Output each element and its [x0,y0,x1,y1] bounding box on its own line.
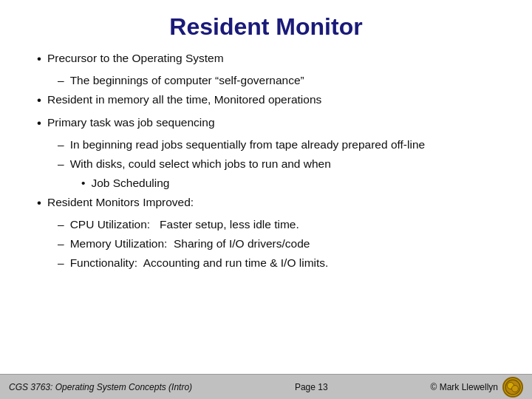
sub-dash-1-1: – [58,72,64,89]
sub-1-1: – The beginnings of computer “self-gover… [58,72,495,89]
bullet-text-4: Resident Monitors Improved: [47,194,495,211]
sub-4-2: – Memory Utilization: Sharing of I/O dri… [58,235,495,253]
footer-course: CGS 3763: Operating System Concepts (Int… [9,382,192,392]
slide: Resident Monitor • Precursor to the Oper… [0,0,532,399]
sub-dash-3-1: – [58,136,64,154]
slide-title: Resident Monitor [0,0,532,50]
sub-text-4-3: Functionality: Accounting and run time &… [70,254,329,272]
slide-content: • Precursor to the Operating System – Th… [0,50,532,374]
sub-3-1: – In beginning read jobs sequentially fr… [58,136,495,154]
sub-dash-4-2: – [58,235,64,253]
footer-page: Page 13 [295,382,328,392]
sub-text-1-1: The beginnings of computer “self-governa… [70,72,304,89]
sub-3-2: – With disks, could select which jobs to… [58,155,495,173]
bullet-3: • Primary task was job sequencing [37,114,495,133]
sub-text-4-1: CPU Utilization: Faster setup, less idle… [70,216,299,233]
bullet-text-1: Precursor to the Operating System [47,50,495,67]
sub-dash-4-3: – [58,254,64,272]
bullet-dot-2: • [37,91,41,110]
footer-copyright: © Mark Llewellyn [430,382,498,392]
sub-dash-4-1: – [58,216,64,233]
sub-sub-text-3-2-1: Job Scheduling [91,174,169,192]
bullet-dot-4: • [37,194,41,213]
bullet-4: • Resident Monitors Improved: [37,194,495,213]
sub-text-3-1: In beginning read jobs sequentially from… [70,136,426,154]
sub-sub-3-2-1: • Job Scheduling [81,174,495,192]
bullet-dot-1: • [37,50,41,69]
svg-point-2 [512,385,519,392]
logo-svg [505,379,521,395]
bullet-dot-3: • [37,114,41,133]
sub-4-1: – CPU Utilization: Faster setup, less id… [58,216,495,233]
sub-4-3: – Functionality: Accounting and run time… [58,254,495,272]
bullet-2: • Resident in memory all the time, Monit… [37,91,495,110]
sub-text-3-2: With disks, could select which jobs to r… [70,155,331,173]
slide-footer: CGS 3763: Operating System Concepts (Int… [0,374,532,399]
footer-right: © Mark Llewellyn [430,377,523,398]
bullet-text-2: Resident in memory all the time, Monitor… [47,91,495,109]
sub-dash-3-2: – [58,155,64,173]
footer-logo [502,377,523,398]
bullet-1: • Precursor to the Operating System [37,50,495,69]
sub-text-4-2: Memory Utilization: Sharing of I/O drive… [70,235,310,253]
sub-sub-dot-3-2-1: • [81,174,85,192]
bullet-text-3: Primary task was job sequencing [47,114,495,132]
